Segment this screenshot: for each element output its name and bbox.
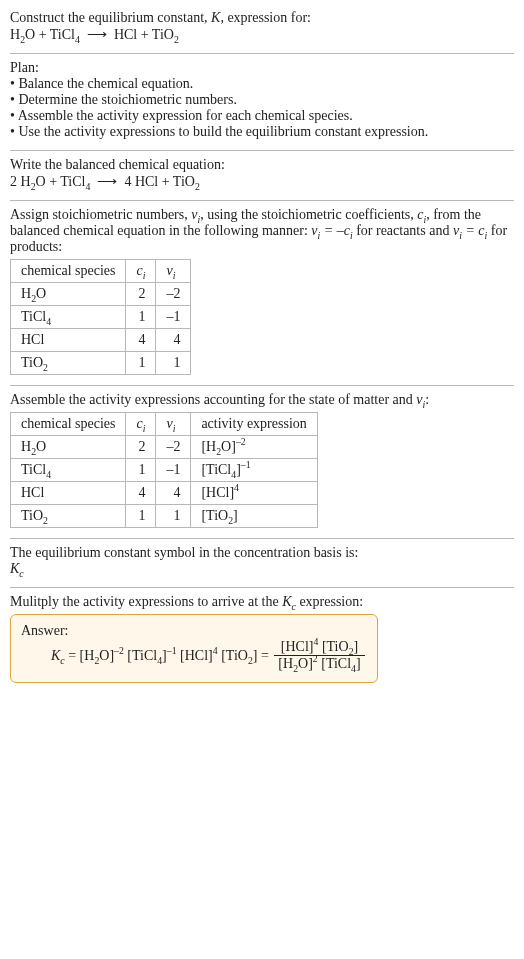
stoich-section: Assign stoichiometric numbers, vi, using…: [10, 201, 514, 385]
balanced-intro: Write the balanced chemical equation:: [10, 157, 514, 173]
answer-section: Mulitply the activity expressions to arr…: [10, 588, 514, 693]
ci-cell: 4: [126, 482, 156, 505]
vi-eq2: vi = ci: [453, 223, 487, 238]
vi-symbol: vi: [191, 207, 200, 222]
col-vi: vi: [156, 413, 191, 436]
equals: = [H2O]–2 [TiCl4]–1 [HCl]4 [TiO2] =: [65, 648, 273, 664]
activity-cell: [H2O]–2: [191, 436, 317, 459]
kc-symbol: Kc: [10, 561, 24, 576]
vi-eq: vi = –ci: [311, 223, 352, 238]
kc-lhs: Kc: [51, 648, 65, 664]
species-cell: TiO2: [11, 352, 126, 375]
balanced-section: Write the balanced chemical equation: 2 …: [10, 151, 514, 200]
vi-cell: 4: [156, 482, 191, 505]
species-cell: HCl: [11, 482, 126, 505]
kc-symbol-section: The equilibrium constant symbol in the c…: [10, 539, 514, 587]
vi-cell: –2: [156, 436, 191, 459]
vi-cell: –1: [156, 459, 191, 482]
table-row: H2O 2 –2 [H2O]–2: [11, 436, 318, 459]
activity-cell: [TiCl4]–1: [191, 459, 317, 482]
answer-box: Answer: Kc = [H2O]–2 [TiCl4]–1 [HCl]4 [T…: [10, 614, 378, 683]
vi-cell: 4: [156, 329, 191, 352]
plan-bullet: • Balance the chemical equation.: [10, 76, 514, 92]
kc-expression: Kc = [H2O]–2 [TiCl4]–1 [HCl]4 [TiO2] = […: [21, 639, 367, 672]
col-species: chemical species: [11, 413, 126, 436]
balanced-equation: 2 H2O + TiCl4 ⟶ 4 HCl + TiO2: [10, 174, 200, 189]
vi-cell: 1: [156, 505, 191, 528]
stoich-text: for reactants and: [353, 223, 453, 238]
species-cell: TiO2: [11, 505, 126, 528]
plan-section: Plan: • Balance the chemical equation. •…: [10, 54, 514, 150]
kc-symbol: Kc: [282, 594, 296, 609]
intro-text-b: , expression for:: [220, 10, 311, 25]
multiply-text: expression:: [296, 594, 363, 609]
vi-cell: –1: [156, 306, 191, 329]
table-row: HCl 4 4 [HCl]4: [11, 482, 318, 505]
vi-cell: –2: [156, 283, 191, 306]
ci-cell: 4: [126, 329, 156, 352]
kc-fraction: [HCl]4 [TiO2] [H2O]2 [TiCl4]: [274, 639, 364, 672]
k-symbol: K: [211, 10, 220, 25]
intro-section: Construct the equilibrium constant, K, e…: [10, 4, 514, 53]
ci-cell: 1: [126, 306, 156, 329]
unbalanced-equation: H2O + TiCl4 ⟶ HCl + TiO2: [10, 27, 179, 42]
ci-cell: 2: [126, 283, 156, 306]
species-cell: H2O: [11, 436, 126, 459]
multiply-text: Mulitply the activity expressions to arr…: [10, 594, 282, 609]
col-ci: ci: [126, 260, 156, 283]
ci-cell: 1: [126, 352, 156, 375]
activity-text: Assemble the activity expressions accoun…: [10, 392, 416, 407]
kc-intro: The equilibrium constant symbol in the c…: [10, 545, 514, 561]
plan-bullet: • Determine the stoichiometric numbers.: [10, 92, 514, 108]
plan-bullet: • Use the activity expressions to build …: [10, 124, 514, 140]
ci-cell: 1: [126, 459, 156, 482]
table-row: TiCl4 1 –1: [11, 306, 191, 329]
species-cell: TiCl4: [11, 459, 126, 482]
col-activity: activity expression: [191, 413, 317, 436]
kc-numerator: [HCl]4 [TiO2]: [274, 639, 364, 656]
col-ci: ci: [126, 413, 156, 436]
col-species: chemical species: [11, 260, 126, 283]
stoich-table: chemical species ci vi H2O 2 –2 TiCl4 1 …: [10, 259, 191, 375]
table-row: TiCl4 1 –1 [TiCl4]–1: [11, 459, 318, 482]
species-cell: H2O: [11, 283, 126, 306]
table-row: HCl 4 4: [11, 329, 191, 352]
table-row: TiO2 1 1: [11, 352, 191, 375]
table-row: chemical species ci vi activity expressi…: [11, 413, 318, 436]
vi-symbol: vi: [416, 392, 425, 407]
stoich-text: Assign stoichiometric numbers,: [10, 207, 191, 222]
plan-title: Plan:: [10, 60, 514, 76]
stoich-text: , using the stoichiometric coefficients,: [200, 207, 417, 222]
species-cell: TiCl4: [11, 306, 126, 329]
activity-section: Assemble the activity expressions accoun…: [10, 386, 514, 538]
ci-symbol: ci: [417, 207, 426, 222]
ci-cell: 1: [126, 505, 156, 528]
species-cell: HCl: [11, 329, 126, 352]
activity-cell: [HCl]4: [191, 482, 317, 505]
table-row: chemical species ci vi: [11, 260, 191, 283]
plan-bullet: • Assemble the activity expression for e…: [10, 108, 514, 124]
table-row: H2O 2 –2: [11, 283, 191, 306]
activity-cell: [TiO2]: [191, 505, 317, 528]
table-row: TiO2 1 1 [TiO2]: [11, 505, 318, 528]
col-vi: vi: [156, 260, 191, 283]
kc-denominator: [H2O]2 [TiCl4]: [274, 656, 364, 672]
vi-cell: 1: [156, 352, 191, 375]
intro-text: Construct the equilibrium constant,: [10, 10, 211, 25]
ci-cell: 2: [126, 436, 156, 459]
activity-text: :: [425, 392, 429, 407]
activity-table: chemical species ci vi activity expressi…: [10, 412, 318, 528]
